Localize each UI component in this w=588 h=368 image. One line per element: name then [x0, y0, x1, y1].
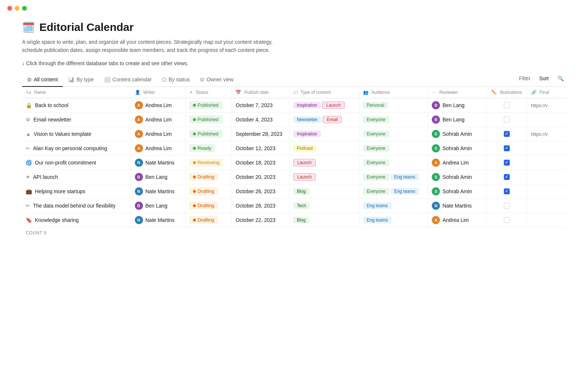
reviewer-avatar: B: [432, 101, 440, 109]
cell-illustrations[interactable]: [486, 155, 527, 170]
search-button[interactable]: 🔍: [555, 74, 566, 83]
audience-tag: Eng teams: [363, 217, 391, 223]
illustrations-checkbox[interactable]: [504, 160, 510, 166]
col-header-publish-date[interactable]: 📅 Publish date: [232, 87, 289, 98]
cell-writer[interactable]: AAndrea Lim: [131, 98, 185, 112]
col-header-type[interactable]: 🏷 Type of content: [289, 87, 359, 98]
cell-status[interactable]: Drafting: [185, 170, 232, 184]
cell-reviewer[interactable]: SSohrab Amin: [428, 141, 487, 155]
cell-name[interactable]: 🔖Knowledge sharing: [22, 213, 131, 227]
cell-name[interactable]: 🌀Our non-profit commitment: [22, 155, 131, 170]
cell-illustrations[interactable]: [486, 98, 527, 112]
minimize-button[interactable]: [15, 6, 19, 11]
cell-name[interactable]: 🔒Back to school: [22, 98, 131, 112]
cell-status[interactable]: Drafting: [185, 198, 232, 213]
col-header-audience[interactable]: 👥 Audience: [359, 87, 428, 98]
maximize-button[interactable]: [22, 6, 27, 11]
illustrations-checkbox[interactable]: [504, 145, 510, 151]
cell-audience[interactable]: Eng teams: [359, 198, 428, 213]
cell-audience[interactable]: Everyone: [359, 155, 428, 170]
cell-status[interactable]: Published: [185, 98, 232, 112]
illustrations-checkbox[interactable]: [504, 131, 510, 137]
cell-type[interactable]: Blog: [289, 184, 359, 198]
cell-type[interactable]: Launch: [289, 155, 359, 170]
cell-reviewer[interactable]: SSohrab Amin: [428, 127, 487, 141]
cell-status[interactable]: Ready: [185, 141, 232, 155]
cell-writer[interactable]: AAndrea Lim: [131, 127, 185, 141]
cell-reviewer[interactable]: SSohrab Amin: [428, 184, 487, 198]
cell-writer[interactable]: NNate Martins: [131, 184, 185, 198]
illustrations-checkbox[interactable]: [504, 188, 510, 194]
cell-writer[interactable]: BBen Lang: [131, 198, 185, 213]
cell-reviewer[interactable]: BBen Lang: [428, 112, 487, 127]
cell-name[interactable]: ✦API launch: [22, 170, 131, 184]
cell-writer[interactable]: AAndrea Lim: [131, 112, 185, 127]
tab-owner-view[interactable]: ⊙ Owner view: [195, 74, 239, 87]
cell-reviewer[interactable]: BBen Lang: [428, 98, 487, 112]
cell-writer[interactable]: AAndrea Lim: [131, 141, 185, 155]
close-button[interactable]: [7, 6, 12, 11]
cell-audience[interactable]: EveryoneEng teams: [359, 184, 428, 198]
illustrations-checkbox[interactable]: [504, 217, 510, 223]
illustrations-checkbox[interactable]: [504, 102, 510, 108]
tab-by-status[interactable]: ⬡ By status: [157, 74, 195, 87]
illustrations-checkbox[interactable]: [504, 117, 510, 123]
cell-audience[interactable]: Everyone: [359, 127, 428, 141]
cell-type[interactable]: InspirationLaunch: [289, 98, 359, 112]
cell-status[interactable]: Published: [185, 127, 232, 141]
sort-button[interactable]: Sort: [537, 74, 551, 83]
cell-illustrations[interactable]: [486, 184, 527, 198]
cell-type[interactable]: Tech: [289, 198, 359, 213]
cell-writer[interactable]: BBen Lang: [131, 170, 185, 184]
publish-date-value: October 22, 2023: [236, 217, 275, 223]
cell-name[interactable]: 💼Helping more startups: [22, 184, 131, 198]
cell-name[interactable]: ✏The data model behind our flexibility: [22, 198, 131, 213]
cell-status[interactable]: Drafting: [185, 213, 232, 227]
cell-illustrations[interactable]: [486, 170, 527, 184]
cell-illustrations[interactable]: [486, 141, 527, 155]
cell-type[interactable]: Launch: [289, 170, 359, 184]
cell-audience[interactable]: EveryoneEng teams: [359, 170, 428, 184]
col-header-writer[interactable]: 👤 Writer: [131, 87, 185, 98]
cell-audience[interactable]: Everyone: [359, 141, 428, 155]
cell-status[interactable]: Drafting: [185, 184, 232, 198]
cell-reviewer[interactable]: SSohrab Amin: [428, 170, 487, 184]
row-name: API launch: [33, 174, 58, 180]
writer-avatar: A: [135, 101, 143, 109]
cell-illustrations[interactable]: [486, 198, 527, 213]
cell-name[interactable]: ▲Vision to Values template: [22, 127, 131, 141]
cell-type[interactable]: NewsletterEmail: [289, 112, 359, 127]
cell-illustrations[interactable]: [486, 112, 527, 127]
cell-writer[interactable]: NNate Martins: [131, 155, 185, 170]
cell-audience[interactable]: Personal: [359, 98, 428, 112]
cell-audience[interactable]: Eng teams: [359, 213, 428, 227]
tab-content-calendar[interactable]: ⬜ Content calendar: [99, 74, 157, 87]
cell-reviewer[interactable]: AAndrea Lim: [428, 213, 487, 227]
cell-name[interactable]: ⚙Email newsletter: [22, 112, 131, 127]
cell-illustrations[interactable]: [486, 213, 527, 227]
cell-type[interactable]: Inspiration: [289, 127, 359, 141]
cell-name[interactable]: ✂Alan Kay on personal computing: [22, 141, 131, 155]
col-header-name[interactable]: Aa Name: [22, 87, 131, 98]
col-header-final[interactable]: 🔗 Final: [527, 87, 566, 98]
tab-by-type-icon: 📊: [68, 77, 74, 82]
cell-writer[interactable]: NNate Martins: [131, 213, 185, 227]
col-header-reviewer[interactable]: ↔ Reviewer: [428, 87, 487, 98]
illustrations-checkbox[interactable]: [504, 203, 510, 209]
col-header-status[interactable]: ✦ Status: [185, 87, 232, 98]
cell-reviewer[interactable]: NNate Martins: [428, 198, 487, 213]
cell-type[interactable]: Podcast: [289, 141, 359, 155]
cell-illustrations[interactable]: [486, 127, 527, 141]
col-header-illustrations[interactable]: ✏️ Illustrations: [486, 87, 527, 98]
cell-final-url: [527, 112, 566, 127]
illustrations-checkbox[interactable]: [504, 174, 510, 180]
tab-all-content[interactable]: ⊙ All content: [22, 74, 63, 87]
cell-audience[interactable]: Everyone: [359, 112, 428, 127]
cell-status[interactable]: Reviewing: [185, 155, 232, 170]
cell-status[interactable]: Published: [185, 112, 232, 127]
tab-by-type[interactable]: 📊 By type: [63, 74, 99, 87]
cell-type[interactable]: Blog: [289, 213, 359, 227]
filter-button[interactable]: Filter: [517, 74, 533, 83]
cell-reviewer[interactable]: AAndrea Lim: [428, 155, 487, 170]
status-dot: [193, 147, 196, 150]
